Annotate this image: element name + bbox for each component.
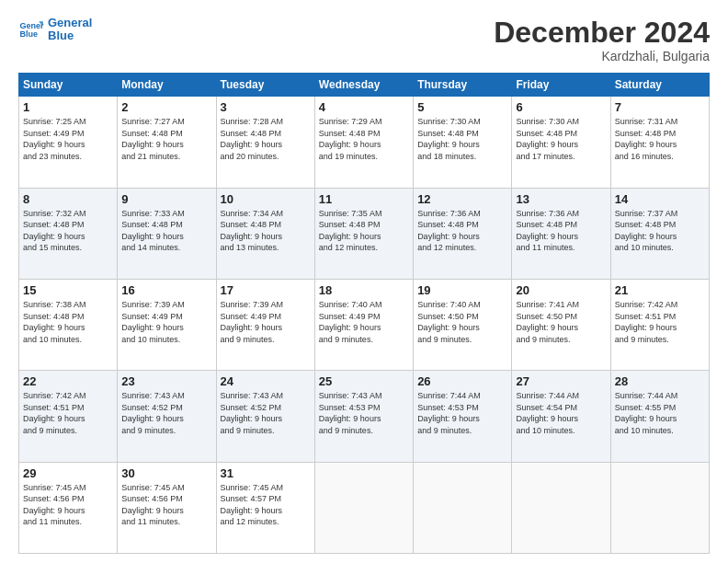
day-info: Sunrise: 7:27 AMSunset: 4:48 PMDaylight:… <box>121 116 211 162</box>
svg-text:Blue: Blue <box>19 30 38 40</box>
calendar-day-cell: 28Sunrise: 7:44 AMSunset: 4:55 PMDayligh… <box>610 371 709 462</box>
page: General Blue General Blue December 2024 … <box>0 0 728 563</box>
calendar-day-cell: 5Sunrise: 7:30 AMSunset: 4:48 PMDaylight… <box>414 97 512 188</box>
day-info: Sunrise: 7:43 AMSunset: 4:53 PMDaylight:… <box>319 390 409 436</box>
day-number: 16 <box>121 283 211 297</box>
day-info: Sunrise: 7:41 AMSunset: 4:50 PMDaylight:… <box>516 299 606 345</box>
calendar-week-row: 29Sunrise: 7:45 AMSunset: 4:56 PMDayligh… <box>19 462 710 553</box>
day-number: 26 <box>417 374 507 388</box>
calendar-day-cell: 30Sunrise: 7:45 AMSunset: 4:56 PMDayligh… <box>118 462 216 553</box>
day-info: Sunrise: 7:45 AMSunset: 4:56 PMDaylight:… <box>23 482 113 528</box>
calendar-day-cell <box>414 462 512 553</box>
day-number: 28 <box>615 374 705 388</box>
calendar-day-cell: 1Sunrise: 7:25 AMSunset: 4:49 PMDaylight… <box>19 97 118 188</box>
calendar-day-cell: 10Sunrise: 7:34 AMSunset: 4:48 PMDayligh… <box>216 188 314 279</box>
calendar-day-cell: 12Sunrise: 7:36 AMSunset: 4:48 PMDayligh… <box>414 188 512 279</box>
day-info: Sunrise: 7:34 AMSunset: 4:48 PMDaylight:… <box>221 208 311 254</box>
day-info: Sunrise: 7:43 AMSunset: 4:52 PMDaylight:… <box>121 390 211 436</box>
day-number: 12 <box>417 192 507 206</box>
calendar-day-cell: 25Sunrise: 7:43 AMSunset: 4:53 PMDayligh… <box>314 371 413 462</box>
day-info: Sunrise: 7:31 AMSunset: 4:48 PMDaylight:… <box>615 116 705 162</box>
day-number: 25 <box>319 374 409 388</box>
day-info: Sunrise: 7:30 AMSunset: 4:48 PMDaylight:… <box>516 116 606 162</box>
day-number: 22 <box>23 374 113 388</box>
day-info: Sunrise: 7:30 AMSunset: 4:48 PMDaylight:… <box>417 116 507 162</box>
day-number: 7 <box>615 100 705 114</box>
day-info: Sunrise: 7:28 AMSunset: 4:48 PMDaylight:… <box>221 116 311 162</box>
day-number: 8 <box>23 192 113 206</box>
calendar-day-cell: 17Sunrise: 7:39 AMSunset: 4:49 PMDayligh… <box>216 279 314 370</box>
day-info: Sunrise: 7:42 AMSunset: 4:51 PMDaylight:… <box>23 390 113 436</box>
day-info: Sunrise: 7:35 AMSunset: 4:48 PMDaylight:… <box>319 208 409 254</box>
calendar-day-cell: 14Sunrise: 7:37 AMSunset: 4:48 PMDayligh… <box>610 188 709 279</box>
calendar-week-row: 1Sunrise: 7:25 AMSunset: 4:49 PMDaylight… <box>19 97 710 188</box>
day-number: 21 <box>615 283 705 297</box>
calendar-day-cell: 8Sunrise: 7:32 AMSunset: 4:48 PMDaylight… <box>19 188 118 279</box>
calendar-week-row: 8Sunrise: 7:32 AMSunset: 4:48 PMDaylight… <box>19 188 710 279</box>
day-info: Sunrise: 7:40 AMSunset: 4:49 PMDaylight:… <box>319 299 409 345</box>
calendar-day-cell: 9Sunrise: 7:33 AMSunset: 4:48 PMDaylight… <box>118 188 216 279</box>
day-info: Sunrise: 7:38 AMSunset: 4:48 PMDaylight:… <box>23 299 113 345</box>
dow-cell: Wednesday <box>314 74 413 97</box>
day-number: 3 <box>221 100 311 114</box>
logo-text-blue: Blue <box>48 29 92 42</box>
day-number: 27 <box>516 374 606 388</box>
dow-cell: Saturday <box>610 74 709 97</box>
day-info: Sunrise: 7:29 AMSunset: 4:48 PMDaylight:… <box>319 116 409 162</box>
day-number: 18 <box>319 283 409 297</box>
day-number: 2 <box>121 100 211 114</box>
calendar-day-cell: 27Sunrise: 7:44 AMSunset: 4:54 PMDayligh… <box>512 371 610 462</box>
calendar-day-cell: 24Sunrise: 7:43 AMSunset: 4:52 PMDayligh… <box>216 371 314 462</box>
calendar-day-cell: 23Sunrise: 7:43 AMSunset: 4:52 PMDayligh… <box>118 371 216 462</box>
day-number: 1 <box>23 100 113 114</box>
day-info: Sunrise: 7:40 AMSunset: 4:50 PMDaylight:… <box>417 299 507 345</box>
calendar-day-cell: 18Sunrise: 7:40 AMSunset: 4:49 PMDayligh… <box>314 279 413 370</box>
day-number: 20 <box>516 283 606 297</box>
day-number: 17 <box>221 283 311 297</box>
calendar-day-cell: 3Sunrise: 7:28 AMSunset: 4:48 PMDaylight… <box>216 97 314 188</box>
calendar-day-cell: 26Sunrise: 7:44 AMSunset: 4:53 PMDayligh… <box>414 371 512 462</box>
day-info: Sunrise: 7:44 AMSunset: 4:54 PMDaylight:… <box>516 390 606 436</box>
calendar-day-cell: 4Sunrise: 7:29 AMSunset: 4:48 PMDaylight… <box>314 97 413 188</box>
calendar-day-cell: 11Sunrise: 7:35 AMSunset: 4:48 PMDayligh… <box>314 188 413 279</box>
day-number: 30 <box>121 466 211 480</box>
calendar-day-cell: 2Sunrise: 7:27 AMSunset: 4:48 PMDaylight… <box>118 97 216 188</box>
calendar-day-cell: 16Sunrise: 7:39 AMSunset: 4:49 PMDayligh… <box>118 279 216 370</box>
calendar-day-cell: 7Sunrise: 7:31 AMSunset: 4:48 PMDaylight… <box>610 97 709 188</box>
day-number: 29 <box>23 466 113 480</box>
day-number: 11 <box>319 192 409 206</box>
day-number: 19 <box>417 283 507 297</box>
calendar-week-row: 15Sunrise: 7:38 AMSunset: 4:48 PMDayligh… <box>19 279 710 370</box>
day-number: 9 <box>121 192 211 206</box>
calendar-day-cell: 15Sunrise: 7:38 AMSunset: 4:48 PMDayligh… <box>19 279 118 370</box>
day-info: Sunrise: 7:39 AMSunset: 4:49 PMDaylight:… <box>121 299 211 345</box>
calendar-week-row: 22Sunrise: 7:42 AMSunset: 4:51 PMDayligh… <box>19 371 710 462</box>
day-number: 24 <box>221 374 311 388</box>
day-number: 23 <box>121 374 211 388</box>
calendar-day-cell: 22Sunrise: 7:42 AMSunset: 4:51 PMDayligh… <box>19 371 118 462</box>
logo-icon: General Blue <box>18 17 44 42</box>
header: General Blue General Blue December 2024 … <box>18 17 710 63</box>
day-info: Sunrise: 7:32 AMSunset: 4:48 PMDaylight:… <box>23 208 113 254</box>
dow-cell: Sunday <box>19 74 118 97</box>
calendar-day-cell: 31Sunrise: 7:45 AMSunset: 4:57 PMDayligh… <box>216 462 314 553</box>
day-info: Sunrise: 7:33 AMSunset: 4:48 PMDaylight:… <box>121 208 211 254</box>
logo-text-general: General <box>48 17 92 29</box>
day-info: Sunrise: 7:45 AMSunset: 4:57 PMDaylight:… <box>221 482 311 528</box>
day-info: Sunrise: 7:44 AMSunset: 4:55 PMDaylight:… <box>615 390 705 436</box>
dow-cell: Friday <box>512 74 610 97</box>
calendar-day-cell: 20Sunrise: 7:41 AMSunset: 4:50 PMDayligh… <box>512 279 610 370</box>
month-title: December 2024 <box>494 17 710 49</box>
calendar-day-cell: 13Sunrise: 7:36 AMSunset: 4:48 PMDayligh… <box>512 188 610 279</box>
day-info: Sunrise: 7:36 AMSunset: 4:48 PMDaylight:… <box>417 208 507 254</box>
day-number: 4 <box>319 100 409 114</box>
day-info: Sunrise: 7:25 AMSunset: 4:49 PMDaylight:… <box>23 116 113 162</box>
day-info: Sunrise: 7:36 AMSunset: 4:48 PMDaylight:… <box>516 208 606 254</box>
day-info: Sunrise: 7:39 AMSunset: 4:49 PMDaylight:… <box>221 299 311 345</box>
logo: General Blue General Blue <box>18 17 92 43</box>
calendar-day-cell <box>512 462 610 553</box>
location-subtitle: Kardzhali, Bulgaria <box>494 49 710 63</box>
calendar-day-cell: 6Sunrise: 7:30 AMSunset: 4:48 PMDaylight… <box>512 97 610 188</box>
day-number: 15 <box>23 283 113 297</box>
day-number: 6 <box>516 100 606 114</box>
